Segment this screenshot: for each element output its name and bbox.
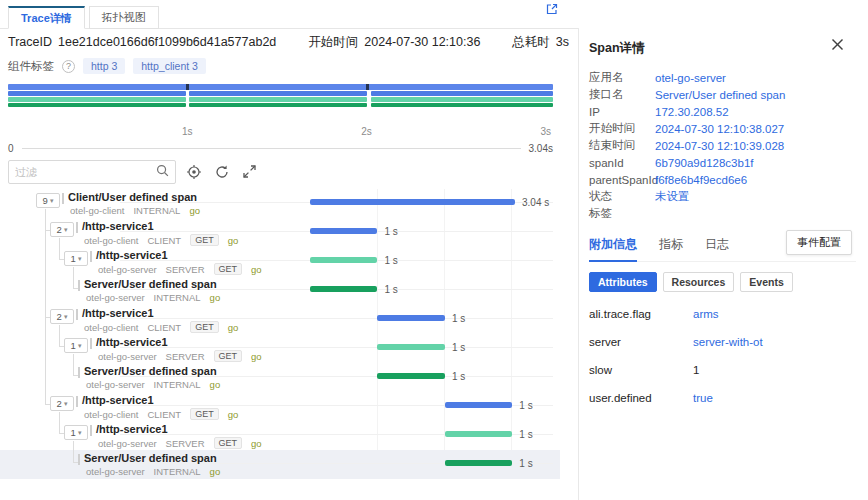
attribute-value[interactable]: true xyxy=(693,392,713,404)
span-duration-bar[interactable] xyxy=(377,344,444,350)
field-label: 应用名 xyxy=(589,70,655,85)
locate-icon[interactable] xyxy=(186,164,202,180)
collapse-count: 1 xyxy=(71,427,76,438)
expand-icon[interactable] xyxy=(242,164,258,180)
span-duration-bar[interactable] xyxy=(377,373,444,379)
component-tags-label: 组件标签 xyxy=(8,59,54,74)
span-language: go xyxy=(251,264,262,275)
search-icon[interactable] xyxy=(156,164,169,180)
span-row[interactable]: 9▾Client/User defined spanotel-go-client… xyxy=(0,189,560,218)
span-row[interactable]: Server/User defined spanotel-go-serverIN… xyxy=(0,363,560,392)
tree-connector xyxy=(73,441,74,462)
external-link-icon[interactable] xyxy=(545,2,559,19)
component-tag[interactable]: http 3 xyxy=(83,58,125,74)
span-row[interactable]: 1▾/http-service1otel-go-serverSERVERGETg… xyxy=(0,421,560,450)
attribute-value[interactable]: server-with-ot xyxy=(693,336,763,348)
collapse-toggle[interactable]: 1▾ xyxy=(64,425,88,440)
tree-connector xyxy=(73,288,78,289)
span-bar-zone: 1 s xyxy=(310,363,515,392)
span-row[interactable]: 2▾/http-service1otel-go-clientCLIENTGETg… xyxy=(0,218,560,247)
span-row[interactable]: 1▾/http-service1otel-go-serverSERVERGETg… xyxy=(0,247,560,276)
span-method-badge: GET xyxy=(214,437,243,449)
filter-input[interactable] xyxy=(15,166,156,178)
field-value[interactable]: otel-go-server xyxy=(655,72,726,84)
span-duration-bar[interactable] xyxy=(310,228,377,234)
field-label: parentSpanId xyxy=(589,174,655,186)
field-value[interactable]: 未设置 xyxy=(655,189,690,204)
span-row[interactable]: 2▾/http-service1otel-go-clientCLIENTGETg… xyxy=(0,392,560,421)
span-fields: 应用名otel-go-server接口名Server/User defined … xyxy=(589,69,856,222)
attribute-key: server xyxy=(589,336,693,348)
span-duration-label: 1 s xyxy=(384,255,397,266)
span-method-badge: GET xyxy=(190,321,219,333)
trace-duration: 总耗时 3s xyxy=(512,34,569,51)
field-value[interactable]: 6b790a9d128c3b1f xyxy=(655,157,754,169)
tab-trace-detail[interactable]: Trace详情 xyxy=(8,6,85,29)
component-tag[interactable]: http_client 3 xyxy=(133,58,206,74)
collapse-count: 2 xyxy=(57,311,62,322)
span-row[interactable]: 1▾/http-service1otel-go-serverSERVERGETg… xyxy=(0,334,560,363)
span-row[interactable]: Server/User defined spanotel-go-serverIN… xyxy=(0,276,560,305)
panel-subtabs: AttributesResourcesEvents xyxy=(589,272,856,292)
panel-tab[interactable]: 指标 xyxy=(659,236,683,260)
range-track[interactable] xyxy=(22,148,521,149)
span-duration-bar[interactable] xyxy=(310,286,377,292)
chevron-down-icon: ▾ xyxy=(78,255,82,263)
minimap-bar xyxy=(8,103,186,107)
span-language: go xyxy=(189,205,200,216)
span-kind: CLIENT xyxy=(147,322,181,333)
minimap-bar xyxy=(371,91,553,96)
tree-connector xyxy=(59,325,60,346)
span-name: /http-service1 xyxy=(96,336,168,348)
attribute-row: slow1 xyxy=(589,356,856,384)
field-value[interactable]: 2024-07-30 12:10:39.028 xyxy=(655,140,784,152)
filter-field[interactable] xyxy=(8,160,176,184)
collapse-toggle[interactable]: 2▾ xyxy=(50,222,74,237)
span-tick xyxy=(78,367,80,378)
field-value[interactable]: Server/User defined span xyxy=(655,89,785,101)
minimap-bar xyxy=(8,97,186,102)
refresh-icon[interactable] xyxy=(214,164,230,180)
collapse-toggle[interactable]: 2▾ xyxy=(50,309,74,324)
minimap-bar xyxy=(371,103,553,107)
minimap-row xyxy=(8,84,553,90)
span-kind: SERVER xyxy=(166,438,205,449)
subtab-attributes[interactable]: Attributes xyxy=(589,272,657,292)
attribute-value[interactable]: arms xyxy=(693,308,719,320)
span-duration-bar[interactable] xyxy=(445,460,512,466)
span-duration-bar[interactable] xyxy=(445,402,512,408)
span-duration-bar[interactable] xyxy=(445,431,512,437)
span-method-badge: GET xyxy=(214,263,243,275)
span-service: otel-go-server xyxy=(86,292,145,303)
span-duration-bar[interactable] xyxy=(310,257,377,263)
minimap-row xyxy=(8,91,553,96)
close-icon[interactable] xyxy=(831,38,844,54)
span-duration-bar[interactable] xyxy=(377,315,444,321)
span-method-badge: GET xyxy=(190,234,219,246)
subtab-events[interactable]: Events xyxy=(740,272,792,292)
attribute-key: user.defined xyxy=(589,392,693,404)
subtab-resources[interactable]: Resources xyxy=(663,272,735,292)
field-value[interactable]: f6f8e6b4f9ecd6e6 xyxy=(655,174,747,186)
detail-field-row: 状态未设置 xyxy=(589,188,856,205)
tab-topology[interactable]: 拓扑视图 xyxy=(89,6,159,29)
panel-tab[interactable]: 附加信息 xyxy=(589,236,637,262)
span-detail-panel: Span详情 应用名otel-go-server接口名Server/User d… xyxy=(578,28,868,500)
collapse-toggle[interactable]: 1▾ xyxy=(64,338,88,353)
field-value[interactable]: 172.30.208.52 xyxy=(655,106,729,118)
field-value[interactable]: 2024-07-30 12:10:38.027 xyxy=(655,123,784,135)
time-range-slider[interactable]: 0 3.04s xyxy=(8,143,553,154)
panel-tab[interactable]: 日志 xyxy=(705,236,729,260)
help-icon[interactable]: ? xyxy=(62,60,75,73)
collapse-toggle[interactable]: 9▾ xyxy=(36,193,60,208)
event-config-button[interactable]: 事件配置 xyxy=(786,230,852,255)
span-row[interactable]: Server/User defined spanotel-go-serverIN… xyxy=(0,450,560,479)
span-duration-label: 1 s xyxy=(452,313,465,324)
trace-minimap[interactable] xyxy=(8,84,553,108)
collapse-toggle[interactable]: 1▾ xyxy=(64,251,88,266)
span-duration-bar[interactable] xyxy=(310,199,515,205)
span-row[interactable]: 2▾/http-service1otel-go-clientCLIENTGETg… xyxy=(0,305,560,334)
collapse-toggle[interactable]: 2▾ xyxy=(50,396,74,411)
span-bar-zone: 3.04 s xyxy=(310,189,515,218)
span-bar-zone: 1 s xyxy=(310,334,515,363)
